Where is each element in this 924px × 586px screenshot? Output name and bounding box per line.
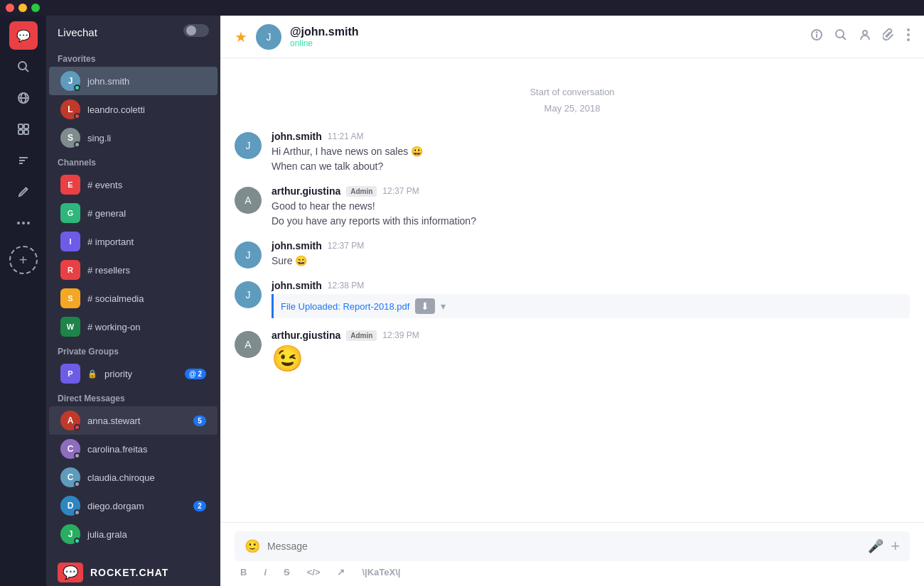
message-text-1a: Hi Arthur, I have news on sales 😀 (272, 144, 910, 159)
sidebar-item-claudia-chiroque[interactable]: C claudia.chiroque (49, 463, 217, 492)
maximize-button[interactable] (31, 4, 40, 12)
sidebar-item-john-smith[interactable]: J john.smith (49, 67, 217, 95)
chat-header: ★ J @john.smith online (220, 16, 924, 58)
svg-point-2 (18, 62, 26, 70)
search-icon-btn[interactable] (9, 53, 38, 81)
add-button[interactable]: + (9, 246, 38, 274)
chat-status: online (290, 38, 358, 48)
close-button[interactable] (6, 4, 14, 12)
favorites-section-header: Favorites (46, 48, 220, 67)
globe-icon-btn[interactable] (9, 84, 38, 112)
message-header-2: arthur.giustina Admin 12:37 PM (272, 185, 910, 197)
kebab-icon[interactable] (907, 28, 910, 45)
sidebar-item-resellers[interactable]: R # resellers (49, 256, 217, 284)
message-header-4: john.smith 12:38 PM (272, 280, 910, 291)
message-content-4: john.smith 12:38 PM File Uploaded: Repor… (272, 280, 910, 318)
sidebar-item-diego-dorgam[interactable]: D diego.dorgam 2 (49, 492, 217, 520)
status-offline-claudia (74, 481, 80, 487)
item-label-anna-stewart: anna.stewart (87, 416, 186, 426)
chat-input-area: 🙂 🎤 + B i S </> ↗ \|KaTeX\| (220, 522, 924, 586)
sidebar-item-anna-stewart[interactable]: A anna.stewart 5 (49, 406, 217, 435)
file-chevron-button[interactable]: ▾ (441, 300, 446, 312)
item-label-priority: priority (104, 369, 178, 379)
channel-icon-priority: P (60, 364, 80, 384)
sidebar-item-sing-li[interactable]: S sing.li (49, 124, 217, 152)
info-icon[interactable] (810, 28, 823, 45)
chat-header-left: ★ J @john.smith online (235, 24, 358, 50)
add-attachment-icon[interactable]: + (891, 537, 900, 555)
svg-text:💬: 💬 (63, 565, 79, 580)
mic-icon[interactable]: 🎤 (868, 538, 883, 554)
svg-rect-7 (18, 124, 23, 129)
italic-button[interactable]: i (261, 565, 269, 579)
badge-diego-dorgam: 2 (193, 501, 206, 511)
window-chrome (0, 0, 924, 16)
emoji-icon[interactable]: 🙂 (245, 538, 260, 554)
search-header-icon[interactable] (834, 28, 847, 45)
item-label-resellers: # resellers (87, 265, 206, 276)
download-button[interactable]: ⬇ (415, 298, 435, 314)
message-input[interactable] (267, 541, 861, 552)
strikethrough-button[interactable]: S (281, 565, 293, 579)
message-group-5: A arthur.giustina Admin 12:39 PM 😉 (235, 330, 910, 374)
avatar-claudia-chiroque: C (60, 467, 80, 487)
message-time-3: 12:37 PM (328, 241, 364, 251)
sidebar-item-leandro-coletti[interactable]: L leandro.coletti (49, 95, 217, 124)
sidebar-item-important[interactable]: I # important (49, 227, 217, 256)
sidebar-item-working-on[interactable]: W # working-on (49, 313, 217, 341)
message-group-2: A arthur.giustina Admin 12:37 PM Good to… (235, 185, 910, 229)
message-time-4: 12:38 PM (328, 281, 364, 291)
star-icon[interactable]: ★ (235, 28, 247, 45)
svg-line-26 (843, 37, 847, 40)
message-header-1: john.smith 11:21 AM (272, 131, 910, 142)
status-busy-dot (74, 113, 80, 119)
chat-username: @john.smith (290, 26, 358, 38)
file-upload-text: File Uploaded: Report-2018.pdf (281, 301, 409, 312)
status-busy-anna (74, 424, 80, 430)
members-icon[interactable] (859, 28, 871, 45)
svg-point-30 (907, 38, 910, 41)
message-group-4: J john.smith 12:38 PM File Uploaded: Rep… (235, 280, 910, 318)
sidebar-item-socialmedia[interactable]: S # socialmedia (49, 284, 217, 313)
message-avatar-arthur-1: A (235, 187, 262, 214)
message-content-1: john.smith 11:21 AM Hi Arthur, I have ne… (272, 131, 910, 174)
attachment-icon[interactable] (883, 28, 896, 45)
more-icon-btn[interactable] (9, 209, 38, 237)
sidebar-item-general[interactable]: G # general (49, 199, 217, 227)
status-offline-carolina (74, 452, 80, 459)
bold-button[interactable]: B (237, 565, 249, 579)
sidebar-item-priority[interactable]: P 🔒 priority @ 2 (49, 359, 217, 388)
avatar-carolina-freitas: C (60, 439, 80, 459)
link-button[interactable]: ↗ (334, 565, 348, 579)
channel-icon-events: E (60, 175, 80, 195)
avatar-diego-dorgam: D (60, 496, 80, 516)
item-label-julia-grala: julia.grala (87, 529, 206, 540)
sidebar-item-carolina-freitas[interactable]: C carolina.freitas (49, 435, 217, 463)
svg-point-15 (17, 222, 20, 224)
status-offline-diego (74, 509, 80, 516)
svg-point-24 (817, 32, 817, 33)
livechat-toggle[interactable] (183, 24, 209, 40)
item-label-events: # events (87, 180, 206, 190)
layout-icon-btn[interactable] (9, 115, 38, 143)
message-author-2: arthur.giustina (272, 185, 340, 197)
latex-button[interactable]: \|KaTeX\| (359, 565, 403, 579)
compose-icon-btn[interactable] (9, 178, 38, 206)
direct-messages-section-header: Direct Messages (46, 388, 220, 406)
sidebar-item-events[interactable]: E # events (49, 170, 217, 199)
rocket-chat-logo-icon: 💬 (58, 563, 83, 582)
minimize-button[interactable] (18, 4, 27, 12)
branding: 💬 ROCKET.CHAT (46, 548, 220, 586)
rocketchat-icon[interactable]: 💬 (9, 21, 38, 50)
message-content-3: john.smith 12:37 PM Sure 😄 (272, 240, 910, 268)
sidebar-item-julia-grala[interactable]: J julia.grala (49, 520, 217, 548)
sort-icon-btn[interactable] (9, 146, 38, 175)
livechat-label: Livechat (58, 26, 97, 38)
item-label-important: # important (87, 237, 206, 247)
svg-point-17 (27, 222, 30, 224)
message-avatar-john-3: J (235, 281, 262, 308)
code-button[interactable]: </> (304, 565, 323, 579)
message-author-4: john.smith (272, 280, 322, 291)
channel-icon-important: I (60, 232, 80, 251)
message-avatar-john-2: J (235, 242, 262, 268)
